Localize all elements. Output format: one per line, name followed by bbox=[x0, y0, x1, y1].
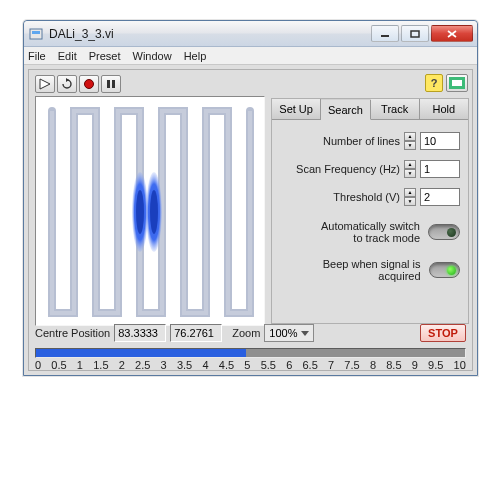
ruler-tick: 6.5 bbox=[303, 359, 318, 370]
status-bar: Centre Position 83.3333 76.2761 Zoom 100… bbox=[35, 322, 466, 344]
scan-display[interactable] bbox=[35, 96, 265, 326]
ruler-tick: 10 bbox=[454, 359, 466, 370]
menubar: File Edit Preset Window Help bbox=[24, 47, 477, 65]
tab-strip: Set Up Search Track Hold bbox=[272, 99, 468, 120]
ruler-tick: 8.5 bbox=[386, 359, 401, 370]
ruler-tick: 3 bbox=[161, 359, 167, 370]
run-button[interactable] bbox=[35, 75, 55, 93]
ruler-tick: 5.5 bbox=[261, 359, 276, 370]
ruler-tick: 4.5 bbox=[219, 359, 234, 370]
chevron-down-icon bbox=[301, 331, 309, 336]
ruler-tick: 0.5 bbox=[51, 359, 66, 370]
inner-panel: ? bbox=[28, 69, 473, 371]
zoom-value: 100% bbox=[269, 327, 297, 339]
centre-x-value[interactable]: 83.3333 bbox=[114, 324, 166, 342]
settings-panel: Set Up Search Track Hold Number of lines… bbox=[271, 98, 469, 324]
num-lines-input[interactable]: 10 bbox=[420, 132, 460, 150]
ruler-tick: 6 bbox=[286, 359, 292, 370]
threshold-input[interactable]: 2 bbox=[420, 188, 460, 206]
ruler-tick: 3.5 bbox=[177, 359, 192, 370]
ruler-tick: 1 bbox=[77, 359, 83, 370]
zoom-label: Zoom bbox=[232, 327, 260, 339]
ruler-tick: 9 bbox=[412, 359, 418, 370]
tab-track[interactable]: Track bbox=[371, 99, 420, 119]
num-lines-label: Number of lines bbox=[323, 135, 400, 147]
progress-fill bbox=[36, 349, 246, 357]
num-lines-spinner[interactable]: ▲▼ bbox=[404, 132, 416, 150]
svg-rect-8 bbox=[112, 80, 115, 88]
auto-switch-label: Automatically switch to track mode bbox=[321, 220, 420, 244]
run-toolbar bbox=[35, 74, 121, 94]
menu-edit[interactable]: Edit bbox=[58, 50, 77, 62]
centre-y-value[interactable]: 76.2761 bbox=[170, 324, 222, 342]
close-button[interactable] bbox=[431, 25, 473, 42]
menu-help[interactable]: Help bbox=[184, 50, 207, 62]
ruler-tick: 2.5 bbox=[135, 359, 150, 370]
threshold-label: Threshold (V) bbox=[333, 191, 400, 203]
tab-body-search: Number of lines ▲▼ 10 Scan Frequency (Hz… bbox=[272, 120, 468, 290]
record-button[interactable] bbox=[79, 75, 99, 93]
minimize-button[interactable] bbox=[371, 25, 399, 42]
app-window: DALi_3_3.vi File Edit Preset Window Help… bbox=[23, 20, 478, 376]
tab-search[interactable]: Search bbox=[321, 100, 370, 120]
ruler-tick: 1.5 bbox=[93, 359, 108, 370]
ruler-tick: 4 bbox=[202, 359, 208, 370]
ruler-tick: 2 bbox=[119, 359, 125, 370]
corner-toolbar: ? bbox=[425, 74, 468, 92]
tab-hold[interactable]: Hold bbox=[420, 99, 468, 119]
svg-rect-7 bbox=[107, 80, 110, 88]
content-area: ? bbox=[24, 65, 477, 375]
scan-freq-input[interactable]: 1 bbox=[420, 160, 460, 178]
stop-button[interactable]: STOP bbox=[420, 324, 466, 342]
ruler: 00.511.522.533.544.555.566.577.588.599.5… bbox=[35, 359, 466, 370]
menu-window[interactable]: Window bbox=[133, 50, 172, 62]
ruler-tick: 0 bbox=[35, 359, 41, 370]
vi-icon[interactable] bbox=[446, 74, 468, 92]
maximize-button[interactable] bbox=[401, 25, 429, 42]
threshold-spinner[interactable]: ▲▼ bbox=[404, 188, 416, 206]
beep-label: Beep when signal is acquired bbox=[280, 258, 421, 282]
app-icon bbox=[28, 27, 44, 41]
window-controls bbox=[371, 25, 473, 42]
zoom-select[interactable]: 100% bbox=[264, 324, 314, 342]
ruler-tick: 9.5 bbox=[428, 359, 443, 370]
help-icon[interactable]: ? bbox=[425, 74, 443, 92]
pause-button[interactable] bbox=[101, 75, 121, 93]
auto-switch-toggle[interactable] bbox=[428, 224, 460, 240]
svg-point-13 bbox=[136, 190, 144, 234]
beep-toggle[interactable] bbox=[429, 262, 460, 278]
loop-button[interactable] bbox=[57, 75, 77, 93]
tab-setup[interactable]: Set Up bbox=[272, 99, 321, 119]
progress-bar[interactable] bbox=[35, 348, 466, 358]
svg-rect-3 bbox=[411, 31, 419, 37]
svg-rect-1 bbox=[32, 31, 40, 34]
menu-preset[interactable]: Preset bbox=[89, 50, 121, 62]
svg-point-6 bbox=[85, 80, 94, 89]
menu-file[interactable]: File bbox=[28, 50, 46, 62]
ruler-tick: 8 bbox=[370, 359, 376, 370]
scan-freq-label: Scan Frequency (Hz) bbox=[296, 163, 400, 175]
ruler-tick: 5 bbox=[244, 359, 250, 370]
ruler-tick: 7.5 bbox=[344, 359, 359, 370]
scan-freq-spinner[interactable]: ▲▼ bbox=[404, 160, 416, 178]
centre-position-label: Centre Position bbox=[35, 327, 110, 339]
ruler-tick: 7 bbox=[328, 359, 334, 370]
titlebar[interactable]: DALi_3_3.vi bbox=[24, 21, 477, 47]
svg-rect-10 bbox=[452, 80, 462, 86]
svg-point-14 bbox=[150, 190, 158, 234]
window-title: DALi_3_3.vi bbox=[49, 27, 371, 41]
